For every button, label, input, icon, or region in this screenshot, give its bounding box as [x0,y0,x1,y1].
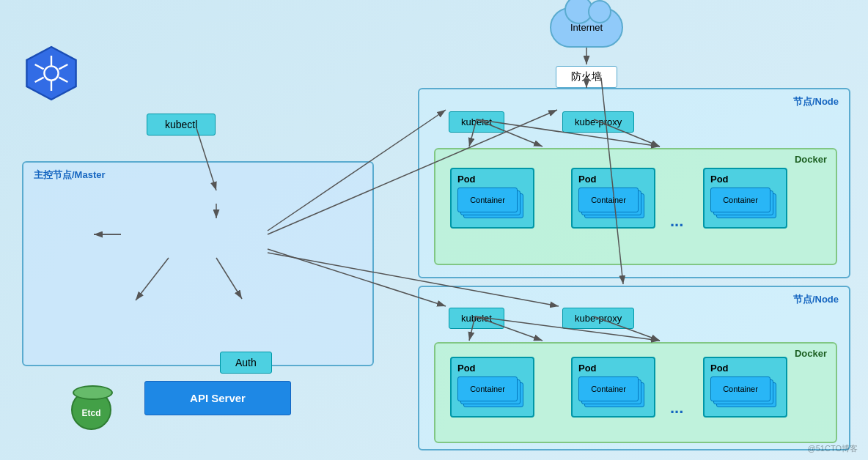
kubelet-1: kubelet [449,111,504,133]
etcd-box: Etcd [67,386,115,434]
container-label-6: Container [723,385,758,393]
docker-area-1: Docker Pod Container Pod [434,148,837,265]
container-label-5: Container [591,385,626,393]
watermark: @51CTO博客 [808,443,858,454]
api-server-label: API Server [190,392,246,404]
container-label-1: Container [470,196,505,204]
container-label-2: Container [591,196,626,204]
master-container: 主控节点/Master Auth API Server Etcd schedul… [22,161,374,366]
api-server-box: API Server [144,381,291,415]
container-stack-4: Container [457,376,523,410]
kubelet-1-label: kubelet [461,116,492,127]
container-stack-5: Container [578,376,644,410]
pod-group-3: Pod Container [703,168,787,229]
k8s-logo [22,44,81,103]
pod-group-5: Pod Container [571,357,655,418]
pod-label-2: Pod [578,174,597,185]
firewall-box: 防火墙 [556,66,617,88]
container-label-4: Container [470,385,505,393]
firewall-label: 防火墙 [571,70,602,82]
node-container-1: 节点/Node kubelet kube-proxy Docker Pod Co… [418,88,850,278]
container-label-3: Container [723,196,758,204]
container-box-3-front: Container [710,188,770,212]
pod-group-1: Pod Container [450,168,534,229]
kubectl-box: kubectl [147,114,216,136]
docker-area-2: Docker Pod Container Pod [434,342,837,443]
internet-label: Internet [570,22,603,33]
kube-proxy-1-label: kube-proxy [575,116,622,127]
node-label-2: 节点/Node [793,293,839,306]
docker-label-1: Docker [795,154,827,165]
etcd-cylinder: Etcd [71,390,111,430]
pod-label-4: Pod [457,363,476,374]
pod-label-3: Pod [710,174,729,185]
docker-label-2: Docker [795,348,827,359]
auth-box: Auth [220,352,272,374]
container-box-4-front: Container [457,376,518,401]
kubelet-2: kubelet [449,308,504,329]
kube-proxy-2: kube-proxy [562,308,634,329]
internet-cloud: Internet [542,7,630,48]
pod-group-6: Pod Container [703,357,787,418]
diagram-container: Internet 防火墙 kubectl 主控节点/Master Auth [0,0,868,460]
master-label: 主控节点/Master [34,168,106,182]
container-stack-2: Container [578,188,644,221]
container-box-2-front: Container [578,188,639,212]
kube-proxy-1: kube-proxy [562,111,634,133]
kube-proxy-2-label: kube-proxy [575,313,622,324]
container-stack-6: Container [710,376,776,410]
pod-label-5: Pod [578,363,597,374]
kubelet-2-label: kubelet [461,313,492,324]
pod-group-4: Pod Container [450,357,534,418]
container-stack-3: Container [710,188,776,221]
pod-label-6: Pod [710,363,729,374]
kubectl-label: kubectl [165,119,197,130]
pod-label-1: Pod [457,174,476,185]
container-stack-1: Container [457,188,523,221]
node-container-2: 节点/Node kubelet kube-proxy Docker Pod Co… [418,286,850,450]
pod-group-2: Pod Container [571,168,655,229]
container-box-5-front: Container [578,376,639,401]
dots-2: ... [670,398,683,418]
etcd-label: Etcd [81,408,100,418]
container-box-6-front: Container [710,376,770,401]
cloud-shape: Internet [550,7,623,48]
svg-marker-0 [26,47,76,100]
auth-label: Auth [235,357,257,368]
container-box-1-front: Container [457,188,518,212]
node-label-1: 节点/Node [793,95,839,108]
dots-1: ... [670,212,683,231]
